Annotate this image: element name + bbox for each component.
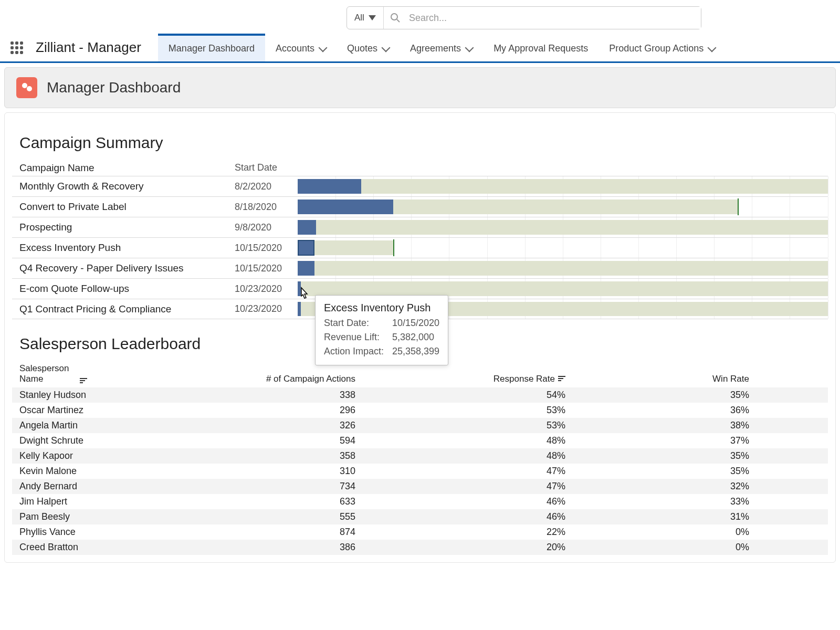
win-rate: 0% (565, 542, 749, 553)
leaderboard-row[interactable]: Phyllis Vance87422%0% (12, 524, 828, 540)
campaign-name: Q4 Recovery - Paper Delivery Issues (19, 262, 235, 274)
search-filter-dropdown[interactable]: All (347, 7, 384, 29)
leaderboard-row[interactable]: Andy Bernard73447%32% (12, 479, 828, 494)
global-search: All (346, 6, 701, 29)
leaderboard-row[interactable]: Stanley Hudson33854%35% (12, 387, 828, 403)
campaign-name: Monthly Growth & Recovery (19, 181, 235, 192)
win-rate: 31% (565, 511, 749, 522)
tooltip-value: 5,382,000 (392, 330, 434, 344)
salesperson-name: Creed Bratton (19, 542, 182, 553)
campaign-actions-count: 338 (182, 390, 355, 401)
campaign-name: Prospecting (19, 222, 235, 233)
tooltip-title: Excess Inventory Push (324, 302, 439, 314)
salesperson-name: Kevin Malone (19, 466, 182, 477)
salesperson-name: Andy Bernard (19, 481, 182, 492)
nav-tab-label: My Approval Requests (494, 43, 588, 54)
chevron-down-icon (465, 43, 474, 52)
page-header: Manager Dashboard (4, 67, 836, 108)
leaderboard-header: Salesperson Name # of Campaign Actions R… (12, 363, 828, 387)
win-rate: 0% (565, 527, 749, 538)
campaign-bar[interactable] (298, 238, 828, 258)
salesperson-name: Oscar Martinez (19, 405, 182, 416)
leaderboard-col-win[interactable]: Win Rate (565, 374, 749, 384)
campaign-col-date-header[interactable]: Start Date (235, 162, 298, 174)
campaign-date: 9/8/2020 (235, 222, 298, 233)
nav-tab-manager-dashboard[interactable]: Manager Dashboard (158, 34, 265, 61)
svg-point-3 (22, 83, 27, 88)
campaign-bar[interactable] (298, 217, 828, 237)
leaderboard-col-response[interactable]: Response Rate (494, 374, 555, 384)
response-rate: 46% (355, 496, 565, 507)
chevron-down-icon (319, 43, 328, 52)
salesperson-name: Jim Halpert (19, 496, 182, 507)
tooltip-value: 25,358,399 (392, 344, 439, 359)
campaign-actions-count: 358 (182, 450, 355, 461)
leaderboard-row[interactable]: Kevin Malone31047%35% (12, 464, 828, 479)
campaign-date: 10/23/2020 (235, 303, 298, 314)
leaderboard-row[interactable]: Angela Martin32653%38% (12, 418, 828, 433)
campaign-row[interactable]: Monthly Growth & Recovery8/2/2020 (12, 176, 828, 196)
salesperson-name: Phyllis Vance (19, 527, 182, 538)
win-rate: 35% (565, 390, 749, 401)
campaign-col-name-header[interactable]: Campaign Name (19, 162, 235, 174)
nav-tab-my-approval-requests[interactable]: My Approval Requests (483, 34, 598, 61)
campaign-actions-count: 310 (182, 466, 355, 477)
campaign-actions-count: 326 (182, 420, 355, 431)
salesperson-name: Stanley Hudson (19, 390, 182, 401)
campaign-date: 10/23/2020 (235, 284, 298, 295)
campaign-name: Convert to Private Label (19, 201, 235, 213)
leaderboard-row[interactable]: Pam Beesly55546%31% (12, 509, 828, 524)
leaderboard-row[interactable]: Creed Bratton38620%0% (12, 540, 828, 555)
salesperson-name: Pam Beesly (19, 511, 182, 522)
nav-tab-quotes[interactable]: Quotes (337, 34, 400, 61)
leaderboard-col-actions[interactable]: # of Campaign Actions (182, 374, 355, 384)
campaign-row[interactable]: Convert to Private Label8/18/2020 (12, 196, 828, 217)
campaign-bar[interactable] (298, 258, 828, 278)
campaign-date: 10/15/2020 (235, 263, 298, 274)
nav-tab-product-group-actions[interactable]: Product Group Actions (598, 34, 726, 61)
response-rate: 47% (355, 481, 565, 492)
leaderboard-col-name-l2[interactable]: Name (19, 374, 69, 384)
campaign-date: 8/2/2020 (235, 181, 298, 192)
response-rate: 22% (355, 527, 565, 538)
win-rate: 37% (565, 435, 749, 446)
nav-tab-label: Product Group Actions (609, 43, 704, 54)
leaderboard-row[interactable]: Jim Halpert63346%33% (12, 494, 828, 509)
campaign-actions-count: 633 (182, 496, 355, 507)
campaign-actions-count: 386 (182, 542, 355, 553)
svg-point-1 (391, 14, 397, 20)
salesperson-name: Angela Martin (19, 420, 182, 431)
leaderboard-row[interactable]: Oscar Martinez29653%36% (12, 403, 828, 418)
tooltip-label: Start Date: (324, 316, 392, 330)
response-rate: 20% (355, 542, 565, 553)
campaign-actions-count: 594 (182, 435, 355, 446)
nav-tab-agreements[interactable]: Agreements (400, 34, 483, 61)
win-rate: 35% (565, 450, 749, 461)
sort-icon[interactable] (558, 376, 565, 381)
chevron-down-icon (708, 43, 717, 52)
sort-icon[interactable] (80, 378, 87, 383)
leaderboard-row[interactable]: Dwight Schrute59448%37% (12, 433, 828, 448)
campaign-row[interactable]: Excess Inventory Push10/15/2020 (12, 237, 828, 258)
campaign-row[interactable]: Prospecting9/8/2020 (12, 217, 828, 237)
campaign-actions-count: 296 (182, 405, 355, 416)
response-rate: 53% (355, 420, 565, 431)
campaign-bar[interactable] (298, 176, 828, 196)
campaign-name: E-com Quote Follow-ups (19, 283, 235, 295)
app-launcher-icon[interactable] (10, 41, 23, 54)
leaderboard-row[interactable]: Kelly Kapoor35848%35% (12, 448, 828, 464)
response-rate: 54% (355, 390, 565, 401)
leaderboard-col-name-l1[interactable]: Salesperson (19, 363, 69, 374)
app-name: Zilliant - Manager (36, 39, 141, 56)
primary-nav: Zilliant - Manager Manager DashboardAcco… (0, 34, 840, 63)
campaign-row[interactable]: Q4 Recovery - Paper Delivery Issues10/15… (12, 258, 828, 278)
win-rate: 38% (565, 420, 749, 431)
search-icon (384, 7, 407, 29)
campaign-actions-count: 734 (182, 481, 355, 492)
win-rate: 36% (565, 405, 749, 416)
search-input[interactable] (407, 7, 701, 29)
nav-tab-accounts[interactable]: Accounts (265, 34, 337, 61)
campaign-bar[interactable] (298, 197, 828, 217)
response-rate: 47% (355, 466, 565, 477)
tooltip-label: Action Impact: (324, 344, 392, 359)
